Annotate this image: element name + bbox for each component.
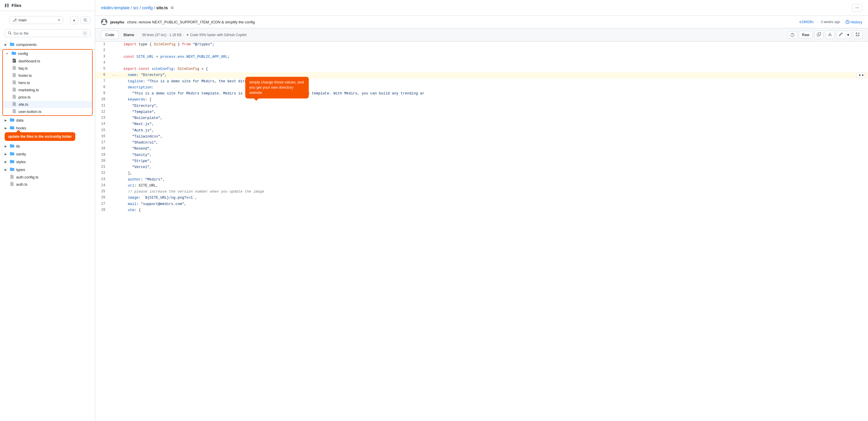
commit-hash[interactable]: e10428c: [799, 20, 814, 24]
sidebar-item-auth-config-ts[interactable]: auth.config.ts: [0, 174, 95, 181]
line-number: 8: [95, 85, 110, 91]
file-icon: [10, 182, 14, 187]
chevron-right-icon: ▶: [5, 152, 8, 156]
table-row: 22 ],: [95, 170, 868, 176]
branch-row: ⎇ main ▾ +: [0, 11, 95, 29]
go-to-file-search[interactable]: Go to file t: [5, 29, 90, 37]
line-number: 17: [95, 140, 110, 146]
sidebar-item-types[interactable]: ▶ types: [0, 166, 95, 174]
line-content: "Next.js",: [119, 121, 868, 127]
raw-button[interactable]: Raw: [799, 31, 813, 39]
file-icon: [12, 102, 17, 107]
svg-point-11: [792, 35, 793, 36]
copilot-action-button[interactable]: [788, 31, 797, 39]
line-number: 7: [95, 79, 110, 85]
sidebar-item-hooks[interactable]: ▶ hooks: [0, 124, 95, 132]
folder-name: components: [16, 42, 37, 47]
sidebar-header: Files: [0, 0, 95, 11]
table-row: 26 image: `${SITE_URL}/og.png?v=1`,: [95, 195, 868, 201]
sidebar-item-user-button-ts[interactable]: user-button.ts: [3, 108, 92, 115]
line-content: "Auth.js",: [119, 128, 868, 134]
line-dots-spacer: [110, 121, 119, 127]
commit-author: javayhu: [110, 20, 124, 24]
sidebar-item-lib[interactable]: ▶ lib: [0, 142, 95, 150]
line-content: "Sanity",: [119, 152, 868, 158]
sidebar-item-data[interactable]: ▶ data: [0, 116, 95, 124]
file-icon: [12, 66, 17, 71]
table-row: 23 author: "Mkdirs",: [95, 177, 868, 183]
sidebar-item-faq-ts[interactable]: faq.ts: [3, 65, 92, 72]
breadcrumb-link-config[interactable]: config: [142, 5, 153, 10]
sidebar-item-marketing-ts[interactable]: marketing.ts: [3, 86, 92, 94]
sidebar-item-dashboard-ts[interactable]: dashboard.ts: [3, 57, 92, 65]
search-file-button[interactable]: [81, 17, 90, 24]
folder-icon: [10, 118, 14, 123]
tab-blame[interactable]: Blame: [119, 31, 138, 39]
line-number: 24: [95, 183, 110, 189]
copilot-line-button[interactable]: ✦ ▾: [857, 72, 866, 78]
line-content: "Directory",: [119, 103, 868, 109]
folder-icon: [11, 51, 16, 56]
line-dots-spacer: [110, 128, 119, 134]
line-number: 9: [95, 91, 110, 97]
copilot-icon: ✦: [186, 33, 189, 37]
copy-path-button[interactable]: ⧉: [170, 5, 175, 11]
table-row: 8 description:: [95, 85, 868, 91]
folder-name: lib: [16, 144, 20, 148]
folder-icon: [10, 42, 14, 47]
breadcrumb-link-src[interactable]: src: [133, 5, 138, 10]
sidebar-item-footer-ts[interactable]: footer.ts: [3, 72, 92, 79]
line-content: [119, 48, 868, 54]
line-dots-spacer: [110, 109, 119, 115]
file-icon: [12, 109, 17, 114]
table-row: 25 // please increase the version number…: [95, 189, 868, 195]
breadcrumb-link-repo[interactable]: mkdirs-template: [101, 5, 130, 10]
commit-time: 3 weeks ago: [821, 20, 840, 24]
sidebar-item-config[interactable]: ▾ config: [3, 50, 92, 57]
folder-icon: [10, 151, 14, 157]
tab-code[interactable]: Code: [101, 31, 119, 39]
sidebar-item-price-ts[interactable]: price.ts: [3, 94, 92, 101]
sidebar-item-styles[interactable]: ▶ styles: [0, 158, 95, 166]
expand-button[interactable]: [853, 31, 862, 39]
history-button[interactable]: History: [845, 20, 862, 24]
table-row: 24 url: SITE_URL,: [95, 183, 868, 189]
folder-label: config: [18, 51, 28, 56]
more-options-button[interactable]: ···: [852, 4, 862, 11]
sidebar-item-site-ts[interactable]: site.ts: [3, 101, 92, 108]
copy-raw-button[interactable]: [814, 31, 824, 39]
line-copilot-action[interactable]: ✦ ▾: [851, 72, 868, 78]
line-number: 15: [95, 128, 110, 134]
line-content: "Vercel",: [119, 164, 868, 170]
sidebar: Files ⎇ main ▾ + Go to file t ▶ componen…: [0, 0, 95, 421]
sidebar-callout: update the files in the src/config folde…: [5, 132, 75, 141]
file-icon: [12, 59, 17, 63]
line-number: 4: [95, 60, 110, 66]
sidebar-item-components[interactable]: ▶ components: [0, 41, 95, 49]
add-file-button[interactable]: +: [70, 16, 78, 24]
main-content: mkdirs-template / src / config / site.ts…: [95, 0, 868, 421]
line-content: const SITE_URL = process.env.NEXT_PUBLIC…: [119, 54, 868, 60]
line-dots[interactable]: ···: [110, 72, 119, 78]
download-button[interactable]: [825, 31, 835, 39]
table-row: 15 "Auth.js",: [95, 128, 868, 134]
line-content: name: "Directory",: [119, 72, 851, 78]
sidebar-item-auth-ts[interactable]: auth.ts: [0, 181, 95, 188]
folder-icon: [10, 159, 14, 164]
line-number: 18: [95, 146, 110, 152]
edit-button[interactable]: [836, 31, 845, 39]
line-number: 10: [95, 97, 110, 103]
chevron-right-icon: ▶: [5, 145, 8, 148]
code-stats: 39 lines (37 loc) · 1.18 KB: [142, 33, 182, 37]
line-dots-spacer: [110, 189, 119, 195]
edit-dropdown-button[interactable]: ▾: [845, 31, 851, 39]
branch-selector[interactable]: ⎇ main ▾: [9, 16, 63, 24]
sidebar-item-sanity[interactable]: ▶ sanity: [0, 150, 95, 158]
chevron-right-icon: ▶: [5, 126, 8, 130]
file-name: faq.ts: [19, 66, 28, 70]
line-dots-spacer: [110, 134, 119, 140]
folder-icon: [10, 144, 14, 149]
sidebar-item-hero-ts[interactable]: hero.ts: [3, 79, 92, 86]
line-dots-spacer: [110, 152, 119, 158]
line-number: 13: [95, 115, 110, 121]
